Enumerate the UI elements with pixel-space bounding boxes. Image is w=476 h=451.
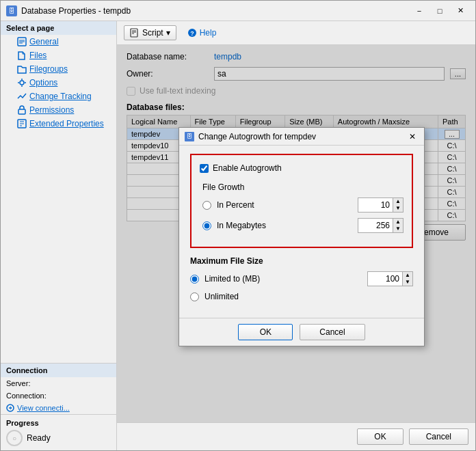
file-growth-title: File Growth xyxy=(202,182,404,192)
sidebar-section-title: Select a page xyxy=(1,21,116,35)
sidebar-item-permissions[interactable]: Permissions xyxy=(1,103,116,117)
help-button[interactable]: ? Help xyxy=(182,26,222,40)
connection-title: Connection xyxy=(1,364,116,377)
sidebar-item-files[interactable]: Files xyxy=(1,49,116,62)
sidebar-item-general[interactable]: General xyxy=(1,35,116,49)
modal-title-bar: 🗄 Change Autogrowth for tempdev ✕ xyxy=(179,128,424,146)
svg-rect-9 xyxy=(18,109,25,114)
limited-to-up[interactable]: ▲ xyxy=(403,272,412,279)
sidebar-item-filegroups-label: Filegroups xyxy=(29,64,68,74)
sidebar-item-options[interactable]: Options xyxy=(1,76,116,90)
in-percent-row: In Percent ▲ ▼ xyxy=(202,197,404,213)
minimize-button[interactable]: − xyxy=(410,5,429,17)
in-megabytes-spinner: ▲ ▼ xyxy=(358,218,404,233)
limited-to-down[interactable]: ▼ xyxy=(403,279,412,286)
options-icon xyxy=(17,78,27,87)
in-megabytes-input[interactable] xyxy=(358,219,393,232)
title-bar-left: 🗄 Database Properties - tempdb xyxy=(6,5,131,16)
sidebar-item-change-tracking-label: Change Tracking xyxy=(29,92,92,101)
sidebar-item-files-label: Files xyxy=(29,51,47,60)
permissions-icon xyxy=(17,105,27,115)
in-percent-input[interactable] xyxy=(358,199,393,211)
bottom-buttons: OK Cancel xyxy=(117,422,475,450)
in-megabytes-up[interactable]: ▲ xyxy=(393,219,403,226)
progress-status: ○ Ready xyxy=(6,430,111,446)
enable-autogrowth-label: Enable Autogrowth xyxy=(213,163,282,173)
in-megabytes-radio[interactable] xyxy=(202,221,211,230)
modal-body: Enable Autogrowth File Growth In Percent xyxy=(179,146,424,318)
right-panel: Script ▾ ? Help Database name: tempdb Ow… xyxy=(117,21,475,450)
script-button[interactable]: Script ▾ xyxy=(124,25,176,40)
limited-to-radio[interactable] xyxy=(190,275,199,284)
close-button[interactable]: ✕ xyxy=(451,5,470,17)
ok-button[interactable]: OK xyxy=(357,428,403,445)
script-icon xyxy=(130,28,140,38)
cancel-button[interactable]: Cancel xyxy=(409,428,468,445)
progress-title: Progress xyxy=(6,419,111,427)
connection-info: Connection: xyxy=(1,390,116,402)
in-megabytes-row: In Megabytes ▲ ▼ xyxy=(202,218,404,233)
connection-link-icon xyxy=(6,404,14,412)
script-dropdown-arrow: ▾ xyxy=(166,28,170,38)
progress-section: Progress ○ Ready xyxy=(1,414,116,450)
in-percent-spinner: ▲ ▼ xyxy=(358,197,404,213)
title-bar: 🗄 Database Properties - tempdb − □ ✕ xyxy=(1,1,475,21)
svg-text:?: ? xyxy=(190,30,194,37)
in-percent-radio[interactable] xyxy=(202,201,211,210)
sidebar-item-options-label: Options xyxy=(29,78,57,87)
server-info: Server: xyxy=(1,377,116,390)
extended-properties-icon xyxy=(17,119,27,128)
max-file-size-section: Maximum File Size Limited to (MB) ▲ ▼ xyxy=(190,256,413,301)
help-label: Help xyxy=(200,28,217,38)
sidebar-item-extended-properties-label: Extended Properties xyxy=(29,119,104,128)
form-area: Database name: tempdb Owner: ... Use ful… xyxy=(117,45,475,422)
server-label: Server: xyxy=(6,379,30,387)
limited-to-spinner: ▲ ▼ xyxy=(367,271,413,286)
change-tracking-icon xyxy=(17,92,27,101)
unlimited-label: Unlimited xyxy=(204,292,413,301)
main-window: 🗄 Database Properties - tempdb − □ ✕ Sel… xyxy=(0,0,476,451)
limited-to-input[interactable] xyxy=(368,273,402,285)
view-connection-label: View connecti... xyxy=(17,404,70,412)
toolbar: Script ▾ ? Help xyxy=(117,21,475,45)
in-megabytes-label: In Megabytes xyxy=(217,221,352,230)
db-icon: 🗄 xyxy=(6,5,17,16)
help-icon: ? xyxy=(187,28,197,38)
in-percent-down[interactable]: ▼ xyxy=(393,205,403,212)
script-label: Script xyxy=(142,28,163,38)
progress-spinner: ○ xyxy=(6,430,23,446)
modal-ok-button[interactable]: OK xyxy=(238,324,293,340)
main-content: Select a page General Files Filegroups O… xyxy=(1,21,475,450)
connection-label: Connection: xyxy=(6,392,47,400)
autogrowth-modal: 🗄 Change Autogrowth for tempdev ✕ Enable… xyxy=(178,127,425,346)
filegroups-icon xyxy=(17,64,27,74)
modal-cancel-button[interactable]: Cancel xyxy=(300,324,365,340)
sidebar-item-permissions-label: Permissions xyxy=(29,105,74,115)
modal-close-button[interactable]: ✕ xyxy=(406,131,419,143)
modal-overlay: 🗄 Change Autogrowth for tempdev ✕ Enable… xyxy=(117,45,475,422)
progress-ready-text: Ready xyxy=(27,433,51,443)
enable-autogrowth-row: Enable Autogrowth xyxy=(200,163,404,173)
sidebar-item-general-label: General xyxy=(29,37,59,46)
modal-footer: OK Cancel xyxy=(179,318,424,346)
in-megabytes-down[interactable]: ▼ xyxy=(393,226,403,232)
sidebar-item-filegroups[interactable]: Filegroups xyxy=(1,62,116,76)
sidebar-item-change-tracking[interactable]: Change Tracking xyxy=(1,90,116,103)
in-megabytes-arrows: ▲ ▼ xyxy=(393,219,403,232)
sidebar-item-extended-properties[interactable]: Extended Properties xyxy=(1,117,116,131)
window-title: Database Properties - tempdb xyxy=(21,6,131,16)
limited-to-row: Limited to (MB) ▲ ▼ xyxy=(190,271,413,286)
max-file-size-title: Maximum File Size xyxy=(190,256,413,266)
svg-point-4 xyxy=(20,81,24,85)
view-connection-link[interactable]: View connecti... xyxy=(1,402,116,414)
files-icon xyxy=(17,51,27,60)
maximize-button[interactable]: □ xyxy=(430,5,449,17)
sidebar: Select a page General Files Filegroups O… xyxy=(1,21,117,450)
in-percent-up[interactable]: ▲ xyxy=(393,198,403,205)
modal-icon: 🗄 xyxy=(185,132,194,141)
connection-section: Connection Server: Connection: View conn… xyxy=(1,363,116,414)
limited-to-label: Limited to (MB) xyxy=(204,274,362,284)
unlimited-radio[interactable] xyxy=(190,292,199,301)
enable-autogrowth-checkbox[interactable] xyxy=(200,164,209,173)
file-growth-section: File Growth In Percent ▲ xyxy=(202,182,404,233)
